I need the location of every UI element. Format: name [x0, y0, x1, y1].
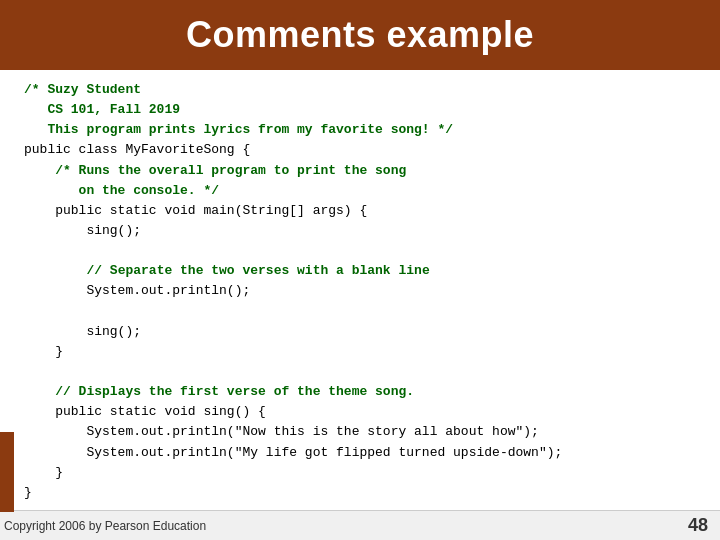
comment-2: /* Runs the overall program to print the…: [24, 163, 406, 198]
comment-3: // Separate the two verses with a blank …: [86, 263, 429, 278]
comment-4: // Displays the first verse of the theme…: [55, 384, 414, 399]
slide: Comments example /* Suzy Student CS 101,…: [0, 0, 720, 540]
comment-1: /* Suzy Student CS 101, Fall 2019 This p…: [24, 82, 453, 137]
slide-number: 48: [688, 515, 716, 536]
title-bar: Comments example: [0, 0, 720, 70]
code-block: /* Suzy Student CS 101, Fall 2019 This p…: [24, 80, 696, 504]
footer: Copyright 2006 by Pearson Education 48: [0, 510, 720, 540]
content-area: /* Suzy Student CS 101, Fall 2019 This p…: [0, 70, 720, 510]
slide-title: Comments example: [186, 14, 534, 56]
copyright-text: Copyright 2006 by Pearson Education: [4, 519, 206, 533]
decoration-bar: [0, 432, 14, 512]
